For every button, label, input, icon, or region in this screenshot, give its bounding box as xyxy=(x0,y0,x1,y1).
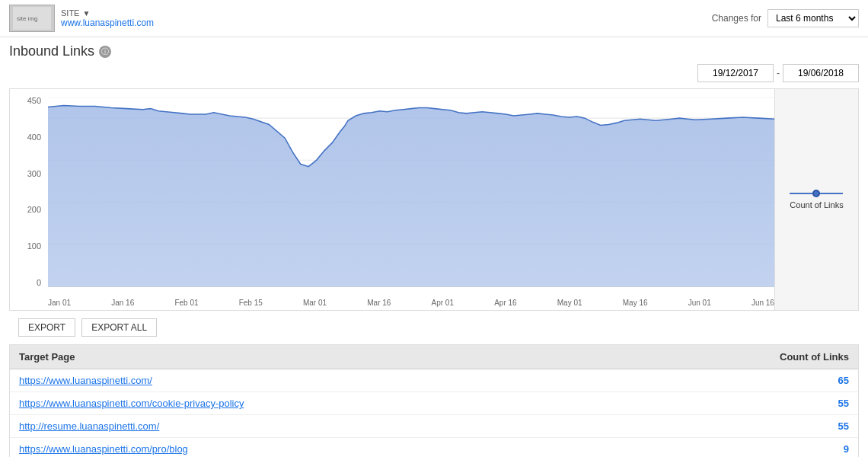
legend-line xyxy=(790,190,843,197)
x-label-feb15: Feb 15 xyxy=(239,299,263,307)
x-label-jun01: Jun 01 xyxy=(688,299,711,307)
x-label-may16: May 16 xyxy=(623,299,648,307)
export-button[interactable]: EXPORT xyxy=(18,318,75,337)
table-rows: https://www.luanaspinetti.com/65https://… xyxy=(10,369,858,457)
x-label-mar16: Mar 16 xyxy=(367,299,391,307)
date-separator: - xyxy=(777,68,780,78)
y-label-450: 450 xyxy=(27,97,41,105)
target-page-link[interactable]: https://www.luanaspinetti.com/pro/blog xyxy=(19,443,188,455)
svg-text:site img: site img xyxy=(17,15,38,22)
x-label-mar01: Mar 01 xyxy=(303,299,327,307)
x-label-apr01: Apr 01 xyxy=(432,299,454,307)
target-page-link[interactable]: http://resume.luanaspinetti.com/ xyxy=(19,420,159,432)
col-count-links: Count of Links xyxy=(780,351,849,363)
changes-for-label: Changes for xyxy=(712,13,761,24)
x-label-jan16: Jan 16 xyxy=(111,299,134,307)
legend-dot xyxy=(812,190,820,197)
svg-marker-8 xyxy=(48,105,774,287)
table-row: http://resume.luanaspinetti.com/55 xyxy=(10,415,858,438)
site-details: SITE ▼ www.luanaspinetti.com xyxy=(61,8,154,28)
table-section: Target Page Count of Links https://www.l… xyxy=(9,345,859,457)
legend-line-right xyxy=(820,193,843,194)
page-header: Inbound Links ⓘ xyxy=(0,37,868,64)
legend-line-left xyxy=(790,193,812,194)
link-count: 9 xyxy=(803,443,849,455)
x-label-jan01: Jan 01 xyxy=(48,299,71,307)
target-page-link[interactable]: https://www.luanaspinetti.com/cookie-pri… xyxy=(19,398,244,409)
chart-legend: Count of Links xyxy=(774,89,858,310)
site-label[interactable]: SITE ▼ xyxy=(61,8,154,18)
col-target-page: Target Page xyxy=(19,351,75,363)
table-row: https://www.luanaspinetti.com/pro/blog9 xyxy=(10,438,858,457)
chart-section: 450 400 300 200 100 0 xyxy=(9,88,859,311)
x-label-may01: May 01 xyxy=(557,299,582,307)
legend-label: Count of Links xyxy=(790,200,843,209)
legend-item: Count of Links xyxy=(790,190,843,209)
site-dropdown-arrow[interactable]: ▼ xyxy=(82,9,90,18)
link-count: 65 xyxy=(803,375,849,386)
table-row: https://www.luanaspinetti.com/cookie-pri… xyxy=(10,392,858,415)
page-title: Inbound Links xyxy=(9,43,94,59)
period-selector-area: Changes for Last 6 monthsLast 3 monthsLa… xyxy=(712,9,859,27)
x-label-apr16: Apr 16 xyxy=(494,299,516,307)
target-page-link[interactable]: https://www.luanaspinetti.com/ xyxy=(19,375,152,386)
site-logo: site img xyxy=(9,5,55,32)
export-all-button[interactable]: EXPORT ALL xyxy=(81,318,157,337)
x-label-feb01: Feb 01 xyxy=(174,299,198,307)
site-info-area: site img SITE ▼ www.luanaspinetti.com xyxy=(9,5,154,32)
y-label-0: 0 xyxy=(37,279,41,287)
chart-canvas xyxy=(48,97,774,287)
export-bar: EXPORT EXPORT ALL xyxy=(9,311,859,345)
link-count: 55 xyxy=(803,398,849,409)
chart-svg xyxy=(48,97,774,287)
y-label-200: 200 xyxy=(27,206,41,214)
y-label-100: 100 xyxy=(27,242,41,251)
period-select[interactable]: Last 6 monthsLast 3 monthsLast monthLast… xyxy=(767,9,859,27)
chart-area: 450 400 300 200 100 0 xyxy=(10,89,774,310)
x-axis: Jan 01 Jan 16 Feb 01 Feb 15 Mar 01 Mar 1… xyxy=(48,299,774,307)
y-axis: 450 400 300 200 100 0 xyxy=(10,97,44,287)
site-url[interactable]: www.luanaspinetti.com xyxy=(61,18,154,28)
x-label-jun16: Jun 16 xyxy=(752,299,774,307)
info-icon[interactable]: ⓘ xyxy=(99,46,111,58)
y-label-300: 300 xyxy=(27,170,41,178)
top-bar: site img SITE ▼ www.luanaspinetti.com Ch… xyxy=(0,0,868,37)
end-date-input[interactable] xyxy=(783,64,859,82)
link-count: 55 xyxy=(803,420,849,432)
table-header: Target Page Count of Links xyxy=(10,345,858,369)
y-label-400: 400 xyxy=(27,133,41,142)
start-date-input[interactable] xyxy=(697,64,774,82)
date-range-bar: - xyxy=(0,64,868,88)
table-row: https://www.luanaspinetti.com/65 xyxy=(10,369,858,392)
